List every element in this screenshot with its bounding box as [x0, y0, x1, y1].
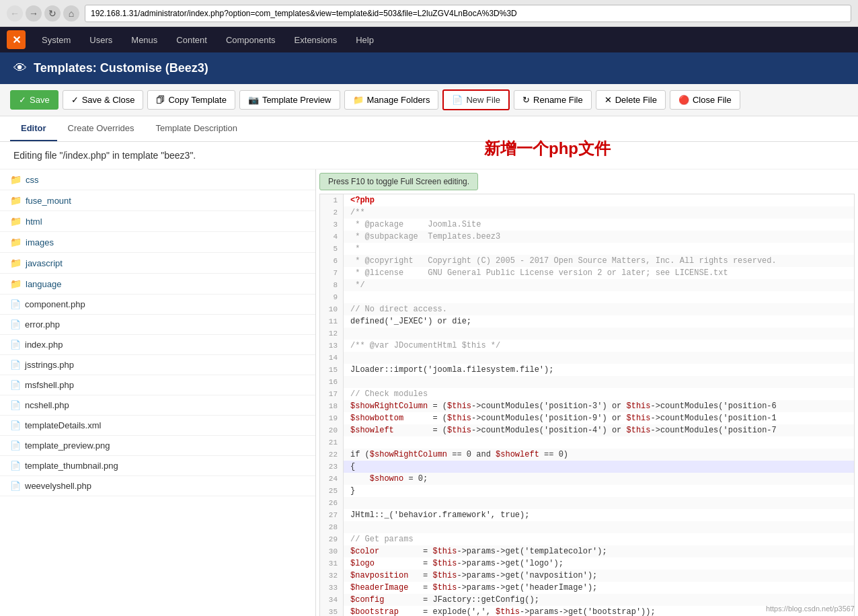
watermark: https://blog.csdn.net/p3567 [766, 605, 855, 613]
folder-icon: 📁 [10, 258, 22, 268]
line-number: 14 [320, 352, 344, 364]
line-number: 35 [320, 606, 344, 616]
manage-folders-button[interactable]: 📁 Manage Folders [344, 90, 439, 110]
file-tree-item-label: msfshell.php [25, 380, 74, 390]
line-number: 7 [320, 267, 344, 279]
file-icon: 📄 [10, 360, 21, 370]
code-line-4: 4 * @subpackage Templates.beez3 [320, 231, 854, 243]
nav-menus[interactable]: Menus [123, 31, 165, 49]
rename-file-button[interactable]: ↻ Rename File [514, 90, 592, 110]
save-button[interactable]: ✓ Save [10, 90, 58, 110]
code-line-29: 29// Get params [320, 533, 854, 545]
file-tree-item-language[interactable]: 📁language [0, 274, 315, 295]
line-content: $bootstrap = explode(',', $this->params-… [344, 606, 656, 616]
file-tree-item-weevelyshell-php[interactable]: 📄weevelyshell.php [0, 476, 315, 496]
file-tree-item-error-php[interactable]: 📄error.php [0, 315, 315, 335]
line-content: $color = $this->params->get('templatecol… [344, 545, 607, 557]
line-number: 28 [320, 521, 344, 533]
tab-editor[interactable]: Editor [10, 116, 57, 141]
joomla-topnav: ✕ System Users Menus Content Components … [0, 27, 858, 52]
file-tree-item-label: javascript [26, 258, 63, 268]
file-icon: 📄 [10, 400, 21, 410]
editor-hint: Press F10 to toggle Full Screen editing. [319, 173, 478, 190]
file-tree-item-label: fuse_mount [26, 196, 71, 206]
back-button[interactable]: ← [7, 5, 23, 22]
line-number: 10 [320, 303, 344, 315]
line-number: 31 [320, 557, 344, 570]
line-content: // No direct access. [344, 303, 447, 315]
file-tree-item-images[interactable]: 📁images [0, 232, 315, 253]
code-editor[interactable]: 1<?php2/**3 * @package Joomla.Site4 * @s… [319, 194, 855, 616]
line-number: 18 [320, 400, 344, 412]
nav-extensions[interactable]: Extensions [286, 31, 346, 49]
manage-folders-label: Manage Folders [367, 95, 430, 105]
file-tree-item-javascript[interactable]: 📁javascript [0, 253, 315, 274]
file-tree-item-css[interactable]: 📁css [0, 169, 315, 190]
file-tree-item-label: index.php [25, 340, 63, 350]
forward-button[interactable]: → [26, 5, 42, 22]
line-number: 11 [320, 315, 344, 328]
delete-file-button[interactable]: ✕ Delete File [596, 90, 666, 110]
line-content: * [344, 243, 360, 255]
file-tree-item-msfshell-php[interactable]: 📄msfshell.php [0, 375, 315, 395]
line-content: * @copyright Copyright (C) 2005 - 2017 O… [344, 255, 777, 267]
template-icon: 👁 [13, 61, 27, 76]
code-line-13: 13/** @var JDocumentHtml $this */ [320, 340, 854, 352]
tab-create-overrides[interactable]: Create Overrides [57, 116, 145, 141]
file-tree-item-label: css [26, 175, 39, 185]
file-tree-item-index-php[interactable]: 📄index.php [0, 335, 315, 355]
tab-template-description[interactable]: Template Description [145, 116, 248, 141]
rename-file-label: Rename File [533, 95, 583, 105]
code-line-3: 3 * @package Joomla.Site [320, 219, 854, 231]
delete-icon: ✕ [604, 95, 612, 105]
line-content: $showRightColumn = ($this->countModules(… [344, 400, 777, 412]
line-number: 5 [320, 243, 344, 255]
code-line-24: 24 $showno = 0; [320, 473, 854, 485]
line-content [344, 376, 350, 388]
refresh-button[interactable]: ↻ [44, 5, 61, 22]
nav-help[interactable]: Help [348, 31, 382, 49]
new-file-button[interactable]: 📄 New File [442, 89, 510, 110]
line-number: 30 [320, 545, 344, 557]
line-content: /** [344, 206, 365, 219]
file-tree-item-jsstrings-php[interactable]: 📄jsstrings.php [0, 355, 315, 375]
line-content: $navposition = $this->params->get('navpo… [344, 570, 597, 582]
file-tree-item-html[interactable]: 📁html [0, 211, 315, 232]
nav-users[interactable]: Users [81, 31, 120, 49]
folder-icon: 📁 [10, 174, 22, 185]
line-number: 33 [320, 582, 344, 594]
file-tree-item-templateDetails-xml[interactable]: 📄templateDetails.xml [0, 416, 315, 436]
file-tree-item-ncshell-php[interactable]: 📄ncshell.php [0, 395, 315, 416]
code-line-10: 10// No direct access. [320, 303, 854, 315]
file-icon: 📄 [10, 440, 21, 451]
file-tree-item-component-php[interactable]: 📄component.php [0, 295, 315, 315]
line-content [344, 291, 350, 303]
preview-icon: 📷 [248, 95, 259, 105]
code-line-19: 19$showbottom = ($this->countModules('po… [320, 412, 854, 424]
file-tree-item-template_thumbnail-png[interactable]: 📄template_thumbnail.png [0, 456, 315, 476]
code-line-18: 18$showRightColumn = ($this->countModule… [320, 400, 854, 412]
code-line-21: 21 [320, 436, 854, 449]
nav-content[interactable]: Content [168, 31, 215, 49]
template-preview-button[interactable]: 📷 Template Preview [239, 90, 340, 110]
line-number: 27 [320, 509, 344, 521]
close-file-button[interactable]: 🔴 Close File [670, 90, 740, 110]
file-tree-item-template_preview-png[interactable]: 📄template_preview.png [0, 436, 315, 456]
line-number: 26 [320, 497, 344, 509]
code-line-7: 7 * @license GNU General Public License … [320, 267, 854, 279]
line-content: { [344, 461, 355, 473]
code-line-23: 23{ [320, 461, 854, 473]
nav-components[interactable]: Components [218, 31, 284, 49]
new-file-label: New File [466, 95, 500, 105]
copy-template-button[interactable]: 🗍 Copy Template [147, 90, 235, 110]
line-number: 2 [320, 206, 344, 219]
joomla-logo: ✕ [7, 30, 26, 49]
code-line-11: 11defined('_JEXEC') or die; [320, 315, 854, 328]
save-label: Save [30, 95, 50, 105]
nav-system[interactable]: System [34, 31, 79, 49]
file-tree-item-fuse_mount[interactable]: 📁fuse_mount [0, 190, 315, 211]
address-bar[interactable] [85, 5, 851, 22]
copy-template-label: Copy Template [168, 95, 226, 105]
save-close-button[interactable]: ✓ Save & Close [63, 90, 144, 110]
home-button[interactable]: ⌂ [63, 5, 79, 22]
